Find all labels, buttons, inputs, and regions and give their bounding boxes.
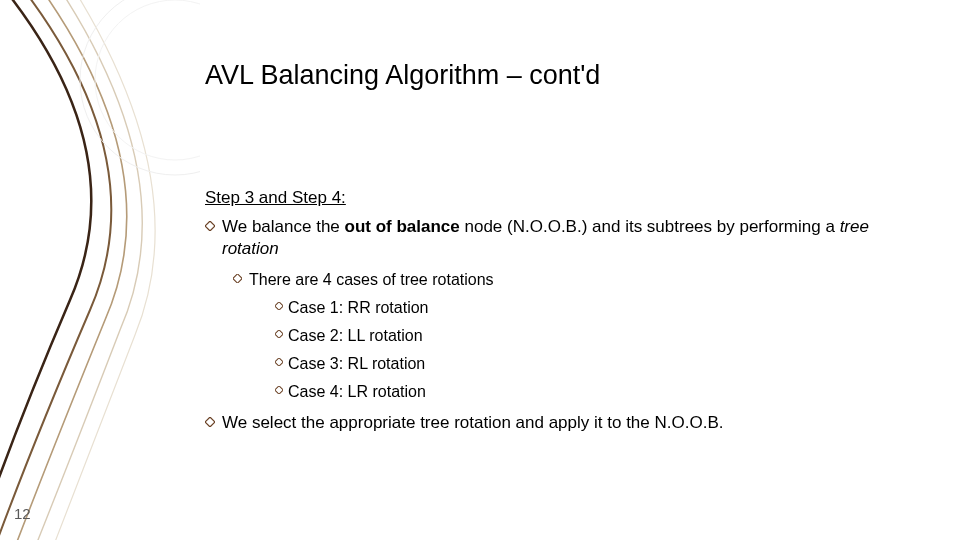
bullet-four-cases: There are 4 cases of tree rotations <box>233 270 905 290</box>
diamond-icon <box>233 274 242 283</box>
bullet-balance-node: We balance the out of balance node (N.O.… <box>205 216 905 260</box>
svg-point-1 <box>95 0 200 160</box>
svg-rect-3 <box>233 274 242 283</box>
svg-rect-4 <box>275 302 283 310</box>
bullet-case: Case 1: RR rotation <box>275 298 905 318</box>
svg-rect-6 <box>275 358 283 366</box>
diamond-icon <box>205 417 215 427</box>
svg-point-0 <box>80 0 200 175</box>
page-number: 12 <box>14 505 31 522</box>
diamond-icon <box>275 302 283 310</box>
diamond-icon <box>275 330 283 338</box>
slide-title: AVL Balancing Algorithm – cont'd <box>205 60 600 91</box>
svg-rect-2 <box>205 221 215 231</box>
svg-rect-7 <box>275 386 283 394</box>
diamond-icon <box>275 358 283 366</box>
slide-decoration <box>0 0 200 540</box>
svg-rect-5 <box>275 330 283 338</box>
diamond-icon <box>275 386 283 394</box>
bullet-case: Case 2: LL rotation <box>275 326 905 346</box>
step-heading: Step 3 and Step 4: <box>205 188 905 208</box>
bullet-case: Case 3: RL rotation <box>275 354 905 374</box>
bullet-case: Case 4: LR rotation <box>275 382 905 402</box>
diamond-icon <box>205 221 215 231</box>
slide-body: Step 3 and Step 4: We balance the out of… <box>205 188 905 439</box>
bullet-select-rotation: We select the appropriate tree rotation … <box>205 412 905 434</box>
svg-rect-8 <box>205 417 215 427</box>
